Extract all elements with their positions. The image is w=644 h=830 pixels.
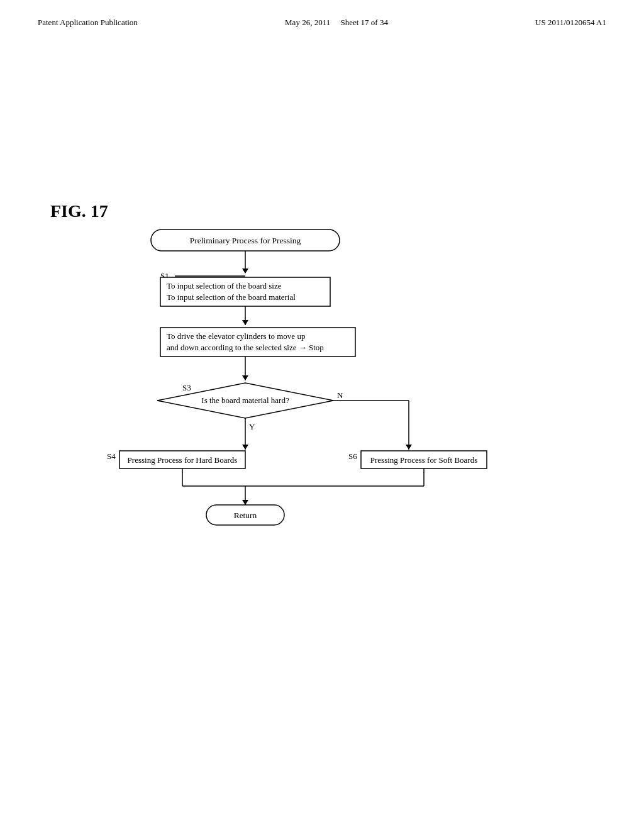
s1-text-line2: To input selection of the board material <box>167 292 296 302</box>
svg-marker-6 <box>242 320 248 325</box>
start-terminal-text: Preliminary Process for Pressing <box>190 236 301 245</box>
s102-text-line2: and down according to the selected size … <box>167 343 324 352</box>
header-date-sheet: May 26, 2011 Sheet 17 of 34 <box>285 18 388 28</box>
decision-text: Is the board material hard? <box>201 396 289 405</box>
return-terminal-text: Return <box>234 511 257 520</box>
header-date: May 26, 2011 <box>285 18 330 27</box>
n-label: N <box>337 390 343 400</box>
header-publication: Patent Application Publication <box>38 18 138 28</box>
header-patent-number: US 2011/0120654 A1 <box>535 18 606 28</box>
s4-text: Pressing Process for Hard Boards <box>128 455 238 465</box>
s6-text: Pressing Process for Soft Boards <box>370 455 477 465</box>
svg-marker-13 <box>242 445 248 450</box>
svg-marker-3 <box>242 268 248 274</box>
s6-label: S6 <box>348 451 357 461</box>
svg-marker-23 <box>242 500 248 505</box>
s4-label: S4 <box>107 451 116 461</box>
s1-text-line1: To input selection of the board size <box>167 281 282 290</box>
header-sheet: Sheet 17 of 34 <box>340 18 387 27</box>
svg-marker-16 <box>406 445 412 450</box>
svg-marker-10 <box>242 375 248 380</box>
page-header: Patent Application Publication May 26, 2… <box>0 0 644 28</box>
s3-label: S3 <box>182 383 191 392</box>
flowchart-diagram: Preliminary Process for Pressing S1 To i… <box>50 223 522 556</box>
s102-text-line1: To drive the elevator cylinders to move … <box>167 331 305 341</box>
figure-label: FIG. 17 <box>50 201 108 221</box>
y-label: Y <box>249 422 255 431</box>
